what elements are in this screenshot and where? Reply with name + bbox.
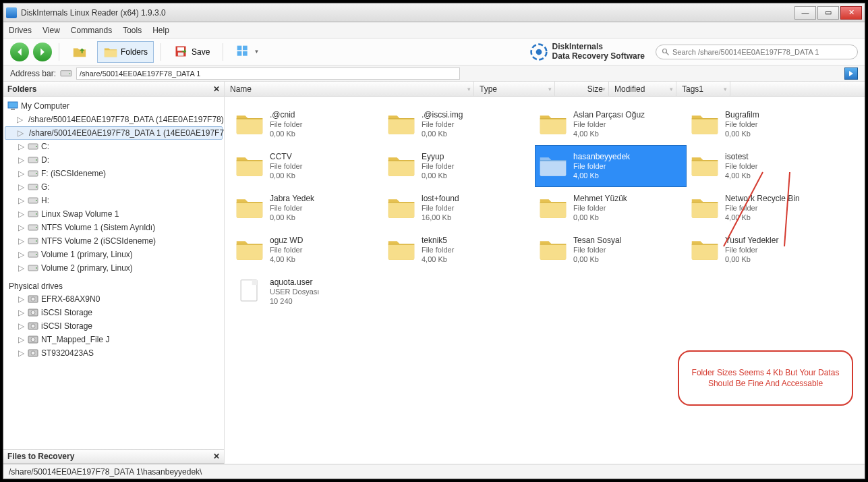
- tree-item[interactable]: ▷/share/50014EE0AE197F78_DATA (14EE0AE19…: [5, 113, 223, 126]
- expand-icon[interactable]: ▷: [17, 250, 25, 259]
- folder-item[interactable]: CCTVFile folder0,00 Kb: [231, 145, 383, 187]
- expand-icon[interactable]: ▷: [17, 182, 25, 192]
- expand-icon[interactable]: ▷: [17, 294, 25, 304]
- tree-physical-item[interactable]: ▷ST9320423AS: [5, 346, 223, 360]
- nav-back-button[interactable]: [10, 43, 29, 61]
- folder-item[interactable]: Tesan SosyalFile folder0,00 Kb: [535, 229, 687, 271]
- tree-item[interactable]: ▷G:: [5, 180, 223, 194]
- close-panel-icon[interactable]: ✕: [213, 452, 220, 461]
- item-type: File folder: [270, 120, 302, 130]
- folder-item[interactable]: teknik5File folder4,00 Kb: [383, 229, 535, 271]
- menu-view[interactable]: View: [42, 26, 60, 35]
- tree-item[interactable]: ▷F: (iSCSIdeneme): [5, 167, 223, 180]
- expand-icon[interactable]: ▷: [17, 209, 25, 219]
- folder-item[interactable]: hasanbeyyedekFile folder4,00 Kb: [535, 145, 687, 187]
- expand-icon[interactable]: ▷: [17, 308, 25, 317]
- search-box[interactable]: [656, 45, 858, 59]
- svg-point-44: [31, 324, 35, 328]
- up-button[interactable]: [66, 41, 93, 63]
- expand-icon[interactable]: ▷: [17, 115, 23, 124]
- folder-item[interactable]: isotestFile folder4,00 Kb: [687, 145, 838, 187]
- tree-item[interactable]: ▷C:: [5, 140, 223, 153]
- expand-icon[interactable]: ▷: [17, 169, 25, 178]
- folder-item[interactable]: Network Recycle BinFile folder4,00 Kb: [687, 187, 838, 229]
- folder-item[interactable]: Aslan Parçası OğuzFile folder4,00 Kb: [535, 103, 687, 145]
- folder-tree[interactable]: My Computer ▷/share/50014EE0AE197F78_DAT…: [3, 97, 224, 449]
- address-input[interactable]: [76, 68, 459, 80]
- item-size: 10 240: [270, 297, 319, 306]
- tree-my-computer[interactable]: My Computer: [5, 99, 223, 113]
- folder-icon: [386, 236, 416, 263]
- tree-item[interactable]: ▷Volume 1 (primary, Linux): [5, 248, 223, 261]
- close-button[interactable]: ✕: [840, 6, 862, 20]
- col-tags[interactable]: Tags1▾: [676, 82, 730, 96]
- drive-icon: [28, 209, 38, 219]
- view-button[interactable]: ▼: [230, 41, 265, 63]
- svg-point-28: [36, 200, 37, 201]
- computer-icon: [7, 101, 18, 111]
- drive-icon: [60, 69, 72, 78]
- folder-item[interactable]: Mehmet YüzükFile folder0,00 Kb: [535, 187, 687, 229]
- minimize-button[interactable]: —: [794, 6, 816, 20]
- drive-icon: [28, 169, 38, 178]
- go-button[interactable]: [844, 68, 858, 80]
- expand-icon[interactable]: ▷: [17, 321, 25, 331]
- svg-point-48: [31, 351, 35, 355]
- folder-up-icon: [72, 45, 87, 59]
- menubar: Drives View Commands Tools Help: [3, 22, 865, 38]
- folder-item[interactable]: BugrafilmFile folder0,00 Kb: [687, 103, 838, 145]
- tree-item[interactable]: ▷/share/50014EE0AE197F78_DATA 1 (14EE0AE…: [5, 126, 223, 140]
- folder-item[interactable]: EyyupFile folder0,00 Kb: [383, 145, 535, 187]
- nav-forward-button[interactable]: [33, 43, 52, 61]
- col-type[interactable]: Type▾: [474, 82, 555, 96]
- window-title: DiskInternals Linux Reader (x64) 1.9.3.0: [21, 8, 794, 18]
- expand-icon[interactable]: ▷: [17, 348, 25, 358]
- menu-tools[interactable]: Tools: [123, 26, 142, 35]
- expand-icon[interactable]: ▷: [17, 155, 25, 165]
- disk-icon: [28, 321, 38, 331]
- tree-physical-item[interactable]: ▷iSCSI Storage: [5, 319, 223, 333]
- tree-item[interactable]: ▷Linux Swap Volume 1: [5, 207, 223, 221]
- file-grid[interactable]: .@cnidFile folder0,00 Kb.@iscsi.imgFile …: [225, 97, 865, 464]
- folder-item[interactable]: oguz WDFile folder4,00 Kb: [231, 229, 383, 271]
- folder-item[interactable]: Jabra YedekFile folder0,00 Kb: [231, 187, 383, 229]
- menu-help[interactable]: Help: [152, 26, 169, 35]
- folder-item[interactable]: .@iscsi.imgFile folder0,00 Kb: [383, 103, 535, 145]
- folder-icon: [235, 153, 264, 180]
- search-input[interactable]: [672, 48, 852, 56]
- tree-item[interactable]: ▷H:: [5, 194, 223, 207]
- tree-item[interactable]: ▷NTFS Volume 2 (iSCSIdeneme): [5, 234, 223, 248]
- folder-icon: [386, 194, 416, 221]
- save-button[interactable]: Save: [168, 41, 216, 63]
- menu-commands[interactable]: Commands: [71, 26, 112, 35]
- col-name[interactable]: Name▾: [225, 82, 474, 96]
- tree-physical-item[interactable]: ▷iSCSI Storage: [5, 306, 223, 319]
- folder-item[interactable]: Yusuf YedeklerFile folder0,00 Kb: [687, 229, 838, 271]
- maximize-button[interactable]: ▭: [817, 6, 839, 20]
- col-size[interactable]: Size▾: [555, 82, 609, 96]
- close-panel-icon[interactable]: ✕: [213, 84, 220, 94]
- tree-physical-item[interactable]: ▷NT_Mapped_File J: [5, 333, 223, 346]
- expand-icon[interactable]: ▷: [17, 335, 25, 344]
- col-modified[interactable]: Modified▾: [609, 82, 676, 96]
- expand-icon[interactable]: ▷: [17, 263, 25, 273]
- menu-drives[interactable]: Drives: [9, 26, 32, 35]
- tree-item[interactable]: ▷NTFS Volume 1 (Sistem Ayrıldı): [5, 221, 223, 234]
- tree-item[interactable]: ▷Volume 2 (primary, Linux): [5, 261, 223, 275]
- expand-icon[interactable]: ▷: [17, 236, 25, 246]
- titlebar[interactable]: DiskInternals Linux Reader (x64) 1.9.3.0…: [3, 3, 865, 22]
- folders-button[interactable]: Folders: [97, 41, 154, 63]
- folder-item[interactable]: lost+foundFile folder16,00 Kb: [383, 187, 535, 229]
- tree-item[interactable]: ▷D:: [5, 153, 223, 167]
- file-item[interactable]: aquota.userUSER Dosyası10 240: [231, 271, 383, 313]
- tree-physical-item[interactable]: ▷EFRX-68AX9N0: [5, 292, 223, 306]
- expand-icon[interactable]: ▷: [17, 142, 25, 151]
- svg-rect-6: [243, 51, 248, 56]
- expand-icon[interactable]: ▷: [17, 196, 25, 205]
- files-recovery-header: Files to Recovery ✕: [3, 449, 224, 464]
- expand-icon[interactable]: ▷: [18, 128, 24, 138]
- svg-rect-4: [243, 45, 248, 50]
- folder-item[interactable]: .@cnidFile folder0,00 Kb: [231, 103, 383, 145]
- expand-icon[interactable]: ▷: [17, 223, 25, 232]
- folder-icon: [386, 153, 416, 180]
